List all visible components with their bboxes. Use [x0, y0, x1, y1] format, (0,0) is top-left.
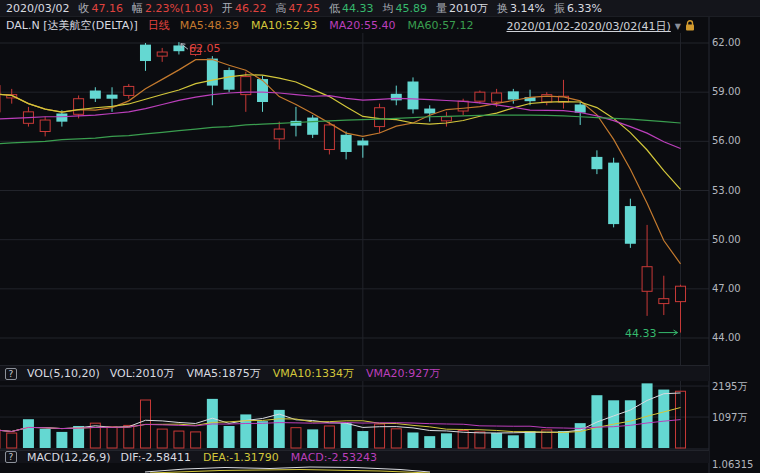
symbol-label: DAL.N [达美航空(DELTA)] [6, 18, 138, 33]
price-axis-label: 53.00 [712, 185, 741, 196]
volume-bar [558, 431, 569, 448]
stat-item: 振6.33% [554, 1, 602, 16]
volume-bar [23, 419, 34, 448]
ma-legend-item: MA60:57.12 [407, 19, 473, 32]
macd-indicator-title: MACD(12,26,9) [27, 451, 111, 464]
candle-body [324, 125, 334, 150]
candle-body [341, 135, 352, 152]
stat-label: 收 [78, 2, 89, 15]
volume-bar [291, 428, 301, 448]
period-low-label: 44.33 [625, 327, 657, 340]
session-date: 2020/03/02 [6, 2, 69, 15]
volume-bar [357, 431, 368, 448]
stat-item: 高47.25 [275, 1, 320, 16]
volume-bar [40, 429, 51, 448]
stat-item: 收47.16 [78, 1, 123, 16]
volume-bar [191, 432, 201, 448]
stat-item: 换3.14% [497, 1, 545, 16]
ma-legend: MA5:48.39MA10:52.93MA20:55.40MA60:57.12 [180, 19, 474, 32]
macd-pane-header: ? MACD(12,26,9) DIF:-2.58411DEA:-1.31790… [0, 450, 709, 463]
volume-bar [658, 390, 669, 448]
macd-legend-item: DIF:-2.58411 [121, 451, 191, 464]
volume-legend-item: VMA20:927万 [366, 366, 440, 381]
candle-body [74, 99, 84, 115]
candle-body [56, 113, 67, 121]
ma5-line [0, 60, 681, 264]
candle-body [441, 117, 451, 121]
candle-body [391, 94, 402, 101]
volume-legend: VOL:2010万VMA5:1875万VMA10:1334万VMA20:927万 [110, 366, 441, 381]
price-axis-label: 50.00 [712, 234, 741, 245]
period-tab[interactable]: 日线 [148, 18, 170, 33]
volume-bar [575, 423, 586, 448]
macd-legend-item: MACD:-2.53243 [291, 451, 377, 464]
date-range-label[interactable]: 2020/01/02-2020/03/02(41日) [506, 19, 670, 34]
stat-value: 47.25 [288, 2, 320, 15]
price-axis-label: 44.00 [712, 332, 741, 343]
price-axis-label: 62.00 [712, 37, 741, 48]
help-question-icon[interactable]: ? [5, 451, 17, 463]
stat-label: 振 [554, 2, 565, 15]
volume-bars [0, 383, 686, 448]
dea-line [150, 470, 430, 473]
candle-body [90, 91, 101, 99]
volume-bar [73, 426, 84, 448]
stat-item: 幅2.23%(1.03) [132, 1, 213, 16]
price-axis-label: 59.00 [712, 86, 741, 97]
candle-body [625, 206, 636, 244]
stat-value: 2.23%(1.03) [145, 2, 213, 15]
ma-legend-item: MA5:48.39 [180, 19, 239, 32]
ohlc-summary-bar: 2020/03/02 收47.16幅2.23%(1.03)开46.22高47.2… [0, 0, 760, 17]
stat-value: 44.33 [342, 2, 374, 15]
macd-legend-item: DEA:-1.31790 [203, 451, 279, 464]
date-range-selector[interactable]: 2020/01/02-2020/03/02(41日) ▼ [506, 19, 695, 34]
lock-icon[interactable] [685, 20, 695, 34]
candle-body [107, 95, 118, 99]
candle-body [257, 79, 268, 102]
candle-body [274, 129, 284, 139]
stat-label: 高 [275, 2, 286, 15]
volume-bar [391, 429, 401, 448]
volume-bar [441, 433, 452, 448]
volume-bar [491, 433, 502, 448]
volume-bar [408, 432, 419, 448]
volume-bar [475, 432, 485, 448]
volume-bar [424, 436, 435, 448]
price-axis-label: 47.00 [712, 283, 741, 294]
ma-legend-item: MA10:52.93 [251, 19, 317, 32]
volume-bar [240, 414, 251, 448]
candle-body [173, 45, 184, 51]
volume-bar [341, 423, 352, 448]
low-arrow-icon [659, 330, 678, 335]
candle-body [642, 267, 652, 292]
volume-bar [257, 421, 268, 448]
volume-axis-label: 2195万 [712, 380, 747, 394]
stat-value: 46.22 [235, 2, 267, 15]
candle-body [608, 163, 619, 224]
stock-chart-screen: 62.0544.33 2020/03/02 收47.16幅2.23%(1.03)… [0, 0, 760, 473]
candle-body [224, 70, 235, 90]
stat-label: 低 [329, 2, 340, 15]
candle-body [157, 52, 167, 56]
volume-bar [508, 435, 519, 448]
period-high-label: 62.05 [189, 42, 221, 55]
volume-bar [107, 427, 117, 448]
volume-legend-item: VMA5:1875万 [187, 366, 261, 381]
candle-body [357, 141, 368, 146]
candle-body [492, 93, 502, 102]
ma-legend-item: MA20:55.40 [329, 19, 395, 32]
stat-item: 低44.33 [329, 1, 374, 16]
volume-bar [375, 424, 385, 448]
chevron-down-icon[interactable]: ▼ [675, 23, 681, 31]
volume-pane-header: ? VOL(5,10,20) VOL:2010万VMA5:1875万VMA10:… [0, 365, 709, 381]
candle-body [659, 299, 669, 304]
volume-bar [7, 433, 17, 448]
help-question-icon[interactable]: ? [5, 368, 17, 380]
candle-body [140, 45, 151, 61]
volume-bar [525, 431, 536, 448]
volume-bar [90, 423, 100, 448]
stat-label: 量 [436, 2, 447, 15]
stat-value: 2010万 [449, 2, 488, 15]
volume-bar [224, 426, 235, 448]
volume-bar [56, 432, 67, 448]
